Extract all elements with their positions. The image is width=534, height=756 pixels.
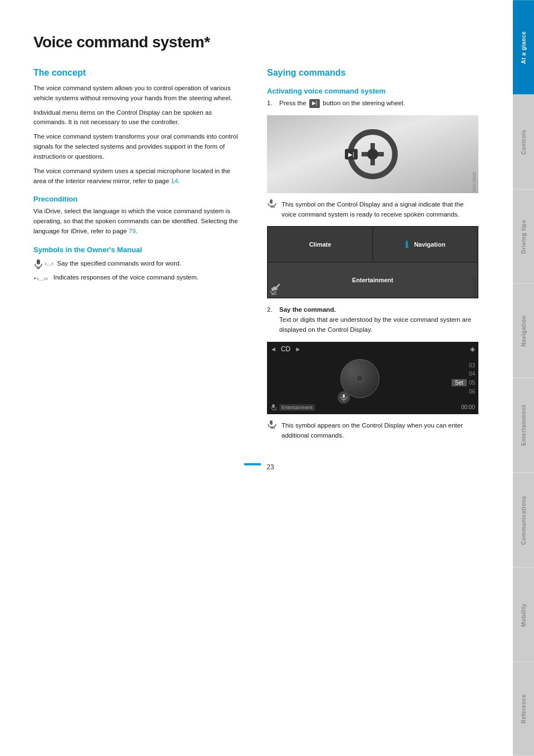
image-watermark-1: VCS-20005 <box>472 172 476 192</box>
page-number-bar <box>244 463 261 465</box>
cd-label: CD <box>281 345 290 353</box>
steering-wheel-image: ▶| VCS-20005 <box>267 115 478 193</box>
cd-track-04: 04 <box>452 371 475 377</box>
page-link-14[interactable]: 14 <box>171 178 178 184</box>
symbol-note-1: 4 This symbol on the Control Display and… <box>267 200 478 220</box>
image-watermark-3: VCS-10084 <box>472 393 476 413</box>
sidebar-tab-mobility[interactable]: Mobility <box>513 567 534 662</box>
sidebar-tab-reference[interactable]: Reference <box>513 661 534 756</box>
concept-para-4: The voice command system uses a special … <box>33 166 245 186</box>
cd-set-label: Set <box>452 379 467 386</box>
response-symbol-icon: ‣›...‹‹ <box>33 273 50 284</box>
main-content: Voice command system* The concept The vo… <box>0 0 513 756</box>
cd-track-05: 05 <box>469 380 475 386</box>
two-column-layout: The concept The voice command system all… <box>33 68 485 446</box>
symbol-list: ›...‹ Say the specified commands word fo… <box>33 258 245 284</box>
symbols-heading: Symbols in the Owner's Manual <box>33 246 245 254</box>
cd-footer-label: Entertainment <box>279 404 315 411</box>
cd-header: ◄ CD ► ◈ <box>270 345 475 353</box>
ctrl-info-icon: ℹ <box>405 239 408 250</box>
svg-text:4: 4 <box>275 408 277 411</box>
mic-symbol-display: 4 <box>269 287 277 296</box>
image-watermark-2: VCS-10047 <box>472 277 476 297</box>
symbol-item-2: ‣›...‹‹ Indicates responses of the voice… <box>33 272 245 284</box>
sidebar-tab-communications[interactable]: Communications <box>513 473 534 567</box>
svg-rect-3 <box>270 199 273 204</box>
svg-rect-13 <box>272 404 275 408</box>
step-2-content: Say the command. Text or digits that are… <box>279 305 478 335</box>
precondition-text: Via iDrive, select the language in which… <box>33 207 245 236</box>
sidebar-tab-driving-tips[interactable]: Driving tips <box>513 189 534 284</box>
cd-display-image: ◄ CD ► ◈ <box>267 342 478 414</box>
cd-prev-icon: ◄ <box>270 346 276 352</box>
concept-para-3: The voice command system transforms your… <box>33 132 245 161</box>
sidebar-tab-at-a-glance[interactable]: At a glance <box>513 0 534 95</box>
step-1-number: 1. <box>267 99 275 109</box>
left-column: The concept The voice command system all… <box>33 68 245 446</box>
step-1-content: Press the ▶| button on the steering whee… <box>279 99 478 109</box>
precondition-heading: Precondition <box>33 195 245 203</box>
svg-rect-11 <box>343 394 345 398</box>
step-2-detail: Text or digits that are understood by th… <box>279 316 471 333</box>
svg-rect-16 <box>270 420 273 425</box>
symbol-item-1: ›...‹ Say the specified commands word fo… <box>33 258 245 269</box>
symbol-text-1: Say the specified commands word for word… <box>57 258 181 268</box>
activating-subheading: Activating voice command system <box>267 87 478 95</box>
cd-disk-hole <box>356 375 364 382</box>
control-display-image: Climate ℹ Navigation ↙ Entertainment <box>267 226 478 298</box>
cd-tracks: 03 04 Set 05 06 <box>452 355 475 402</box>
cd-set-row: Set 05 <box>452 379 475 386</box>
ctrl-cell-info: ℹ Navigation <box>373 227 477 262</box>
cd-track-06: 06 <box>452 389 475 395</box>
concept-para-1: The voice command system allows you to c… <box>33 84 245 104</box>
ctrl-display-inner: Climate ℹ Navigation ↙ Entertainment <box>267 226 478 298</box>
sidebar-tab-controls[interactable]: Controls <box>513 95 534 189</box>
saying-commands-heading: Saying commands <box>267 68 478 78</box>
symbol-note-2: 4 This symbol appears on the Control Dis… <box>267 421 478 441</box>
svg-rect-0 <box>37 259 40 264</box>
voice-sym-icon-2: 4 <box>267 420 278 434</box>
sidebar: At a glance Controls Driving tips Naviga… <box>513 0 534 756</box>
svg-text:4: 4 <box>275 292 277 295</box>
symbol-note-2-text: This symbol appears on the Control Displ… <box>281 421 478 441</box>
cd-body: 03 04 Set 05 06 <box>270 355 475 402</box>
step-2-main: Say the command. <box>279 306 336 313</box>
cd-settings-icon: ◈ <box>470 345 475 353</box>
sidebar-tab-navigation[interactable]: Navigation <box>513 283 534 378</box>
svg-text:4: 4 <box>273 426 275 430</box>
cd-disk-area <box>270 355 449 402</box>
voice-button-overlay <box>338 391 350 404</box>
symbol-text-2: Indicates responses of the voice command… <box>53 272 199 282</box>
symbol-note-1-text: This symbol on the Control Display and a… <box>281 200 478 220</box>
step-2: 2. Say the command. Text or digits that … <box>267 305 478 335</box>
concept-heading: The concept <box>33 68 245 78</box>
step-1: 1. Press the ▶| button on the steering w… <box>267 99 478 109</box>
page-link-79[interactable]: 79 <box>128 228 136 234</box>
svg-rect-7 <box>271 287 275 291</box>
page-number-text: 23 <box>266 463 274 471</box>
svg-text:4: 4 <box>273 205 275 209</box>
right-column: Saying commands Activating voice command… <box>267 68 478 446</box>
cd-next-icon: ► <box>295 346 301 352</box>
ctrl-cell-entertainment: ↙ Entertainment <box>268 263 477 297</box>
cd-track-03: 03 <box>452 362 475 369</box>
page-title: Voice command system* <box>33 33 485 51</box>
steering-img-inner: ▶| <box>267 115 478 193</box>
cd-display-inner: ◄ CD ► ◈ <box>267 342 478 414</box>
page-number-area: 23 <box>33 463 485 471</box>
mic-symbol-icon: ›...‹ <box>33 259 54 269</box>
cd-footer: 4 Entertainment 00:00 <box>270 404 475 411</box>
ctrl-cell-climate: Climate <box>268 227 372 262</box>
voice-button-icon: ▶| <box>309 99 320 108</box>
concept-para-2: Individual menu items on the Control Dis… <box>33 108 245 128</box>
cd-with-button <box>340 359 379 398</box>
sidebar-tab-entertainment[interactable]: Entertainment <box>513 378 534 473</box>
step-2-number: 2. <box>267 305 275 335</box>
cd-title-area: 4 Entertainment <box>270 404 315 411</box>
voice-sym-icon-1: 4 <box>267 199 278 213</box>
